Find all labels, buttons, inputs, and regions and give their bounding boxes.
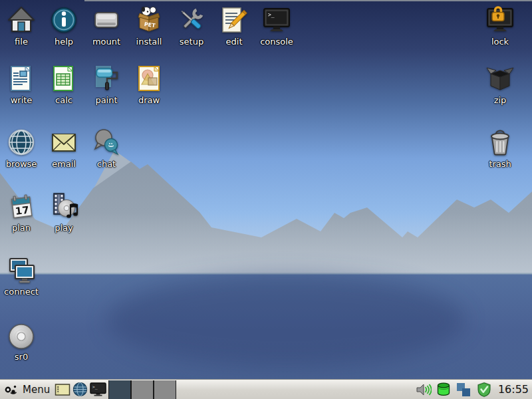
- icon-label: trash: [489, 159, 511, 169]
- quicklaunch-web-browser[interactable]: [71, 380, 89, 399]
- paint-roller-icon: [90, 63, 122, 94]
- desktop-icon-console[interactable]: >_ console: [255, 4, 298, 47]
- taskbar-clock: 16:55: [498, 383, 529, 396]
- hard-drive-icon: [90, 4, 122, 36]
- icon-label: mount: [92, 37, 120, 47]
- icon-label: lock: [491, 37, 509, 47]
- icon-label: calc: [55, 95, 72, 105]
- media-icon: [48, 190, 80, 222]
- envelope-icon: [48, 126, 80, 158]
- quicklaunch-file-manager[interactable]: [53, 380, 71, 399]
- icon-label: email: [52, 159, 76, 169]
- menu-label: Menu: [23, 384, 50, 396]
- desktop-icon-edit[interactable]: edit: [213, 4, 255, 47]
- desktop-icon-file[interactable]: file: [0, 4, 43, 47]
- tools-icon: [176, 4, 207, 36]
- monitors-icon: [5, 254, 37, 286]
- svg-text:>_: >_: [92, 384, 98, 390]
- desktop-icon-mount[interactable]: mount: [85, 4, 128, 47]
- globe-small-icon: [72, 382, 88, 397]
- file-manager-icon: [55, 382, 70, 397]
- desktop-icon-install[interactable]: PET install: [128, 4, 170, 47]
- icon-label: paint: [95, 95, 117, 105]
- workspace-pager: [108, 380, 176, 399]
- desktop-icon-write[interactable]: write: [0, 63, 43, 105]
- desktop-icon-trash[interactable]: trash: [479, 126, 521, 169]
- house-icon: [5, 4, 37, 36]
- lock-screen-icon: [484, 4, 516, 36]
- system-tray: 16:55: [416, 381, 532, 398]
- icon-label: sr0: [15, 352, 28, 362]
- network-icon[interactable]: [456, 382, 471, 398]
- icon-label: help: [55, 37, 73, 47]
- icon-label: chat: [97, 159, 116, 169]
- desktop-icon-play[interactable]: play: [43, 190, 85, 233]
- icon-label: plan: [12, 223, 31, 233]
- svg-text:17: 17: [15, 204, 30, 217]
- desktop-icon-paint[interactable]: paint: [85, 63, 128, 105]
- archive-box-icon: [484, 63, 516, 94]
- desktop-icon-zip[interactable]: zip: [479, 63, 521, 105]
- icon-label: browse: [6, 159, 37, 169]
- icon-label: setup: [180, 37, 203, 47]
- desktop-icon-sr0[interactable]: sr0: [0, 322, 43, 362]
- svg-text::): :): [108, 142, 114, 148]
- desktop: file help mount PET install: [0, 0, 532, 399]
- disk-usage-icon[interactable]: [436, 382, 451, 397]
- workspace-2[interactable]: [132, 380, 154, 399]
- info-icon: [48, 4, 80, 36]
- terminal-small-icon: >_: [90, 382, 106, 396]
- pencil-paper-icon: [218, 4, 250, 36]
- desktop-icon-plan[interactable]: 17 plan: [0, 190, 43, 233]
- puppy-logo-icon: [4, 384, 19, 396]
- workspace-3[interactable]: [154, 380, 176, 399]
- desktop-icon-help[interactable]: help: [43, 4, 85, 47]
- quicklaunch-terminal[interactable]: >_: [89, 380, 107, 399]
- calendar-icon: 17: [5, 190, 37, 222]
- desktop-icon-calc[interactable]: calc: [43, 63, 85, 105]
- icon-label: console: [260, 37, 293, 47]
- menu-button[interactable]: Menu: [0, 380, 53, 399]
- spreadsheet-icon: [48, 63, 80, 94]
- desktop-icon-setup[interactable]: setup: [170, 4, 213, 47]
- taskbar: Menu >_: [0, 379, 532, 399]
- icon-label: install: [136, 37, 162, 47]
- volume-icon[interactable]: [416, 382, 432, 397]
- desktop-icon-chat[interactable]: :) chat: [85, 126, 128, 169]
- cd-disc-icon: [7, 322, 36, 351]
- icon-label: draw: [138, 95, 160, 105]
- icon-label: zip: [494, 95, 507, 105]
- icon-label: write: [11, 95, 33, 105]
- desktop-icon-connect[interactable]: connect: [0, 254, 43, 297]
- desktop-icon-draw[interactable]: draw: [128, 63, 170, 105]
- trash-can-icon: [484, 126, 516, 158]
- globe-icon: [5, 126, 37, 158]
- icon-label: file: [15, 37, 28, 47]
- icon-label: edit: [226, 37, 243, 47]
- firewall-shield-icon[interactable]: [476, 381, 492, 398]
- desktop-icon-browse[interactable]: browse: [0, 126, 43, 169]
- terminal-icon: >_: [261, 4, 293, 36]
- chat-bubbles-icon: :): [90, 126, 122, 158]
- icon-label: connect: [4, 287, 39, 297]
- workspace-1[interactable]: [109, 380, 132, 399]
- pet-package-icon: PET: [133, 4, 165, 36]
- desktop-icon-lock[interactable]: lock: [479, 4, 521, 47]
- icon-label: play: [55, 223, 73, 233]
- shapes-document-icon: [133, 63, 165, 94]
- document-icon: [5, 63, 37, 94]
- svg-text:>_: >_: [268, 12, 275, 18]
- desktop-icon-email[interactable]: email: [43, 126, 85, 169]
